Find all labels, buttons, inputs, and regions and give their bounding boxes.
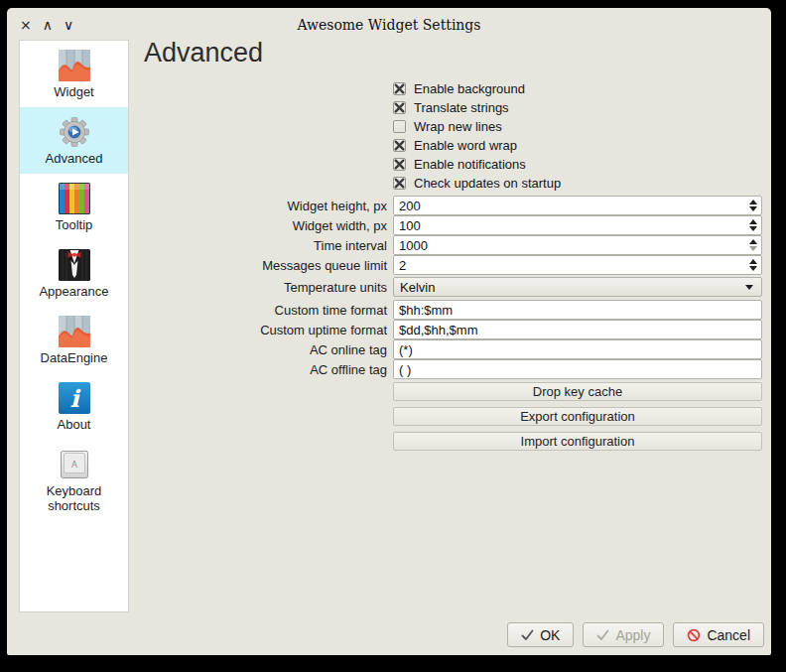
- form-row: Widget width, px: [144, 215, 771, 235]
- custom-time-format-input[interactable]: [393, 300, 762, 320]
- spin-down-icon[interactable]: [749, 246, 757, 251]
- checkbox-label: Check updates on startup: [414, 176, 561, 191]
- spin-down-icon[interactable]: [749, 206, 757, 211]
- sidebar-item-advanced[interactable]: Advanced: [20, 107, 128, 174]
- sidebar-item-label: Tooltip: [22, 217, 126, 232]
- enable-word-wrap-checkbox[interactable]: [393, 139, 406, 152]
- checkbox-row: Enable word wrap: [144, 136, 771, 155]
- widget-width-spinbox[interactable]: [393, 215, 762, 235]
- sidebar-item-label: Advanced: [22, 151, 126, 166]
- sidebar-item-widget[interactable]: Widget: [20, 41, 128, 107]
- sidebar-item-label: About: [22, 417, 126, 432]
- export-configuration-button[interactable]: Export configuration: [393, 407, 762, 426]
- ac-online-tag-input[interactable]: [393, 339, 762, 359]
- form-row: Custom time format: [144, 300, 771, 320]
- spin-down-icon[interactable]: [749, 266, 757, 271]
- sidebar: Widget Advanced: [19, 40, 129, 612]
- translate-strings-checkbox[interactable]: [393, 101, 406, 114]
- checkbox-row: Translate strings: [144, 98, 771, 117]
- ac-offline-tag-input[interactable]: [393, 359, 762, 379]
- ok-button[interactable]: OK: [507, 622, 574, 647]
- custom-uptime-format-input[interactable]: [393, 320, 762, 339]
- no-entry-icon: [687, 628, 701, 642]
- checkbox-label: Enable notifications: [414, 157, 526, 172]
- form-row: Messages queue limit: [144, 255, 771, 275]
- spin-arrows[interactable]: [749, 255, 757, 275]
- form-row: Temperature units Kelvin: [144, 277, 771, 297]
- checkbox-label: Enable word wrap: [414, 138, 517, 153]
- check-icon: [596, 629, 609, 641]
- enable-background-checkbox[interactable]: [393, 82, 406, 95]
- chevron-down-icon: [745, 285, 753, 290]
- x-mark-icon: [394, 102, 405, 113]
- dropdown-value: Kelvin: [400, 280, 435, 295]
- checkbox-row: Enable background: [144, 79, 771, 98]
- spin-up-icon[interactable]: [749, 219, 757, 224]
- sidebar-item-appearance[interactable]: Appearance: [20, 240, 128, 307]
- settings-window: × ∧ ∨ Awesome Widget Settings Widget: [7, 8, 771, 655]
- field-label: Widget height, px: [144, 199, 393, 213]
- spin-up-icon[interactable]: [749, 259, 757, 264]
- spin-up-icon[interactable]: [749, 200, 757, 204]
- key-icon: A: [59, 449, 90, 480]
- enable-notifications-checkbox[interactable]: [393, 158, 406, 171]
- spin-down-icon[interactable]: [749, 226, 757, 231]
- sidebar-item-tooltip[interactable]: Tooltip: [20, 174, 128, 240]
- dialog-button-box: OK Apply Cancel: [507, 622, 764, 647]
- spin-arrows[interactable]: [749, 235, 757, 255]
- form-row: AC online tag: [144, 339, 771, 359]
- checkbox-label: Enable background: [414, 81, 525, 96]
- checkbox-row: Enable notifications: [144, 155, 771, 174]
- titlebar[interactable]: × ∧ ∨ Awesome Widget Settings: [7, 8, 771, 41]
- widget-height-spinbox[interactable]: [393, 196, 762, 215]
- settings-form: Enable background Translate strings: [144, 79, 771, 451]
- wrap-new-lines-checkbox[interactable]: [393, 120, 406, 133]
- field-label: Custom time format: [144, 303, 393, 318]
- field-label: Custom uptime format: [144, 323, 393, 337]
- spin-arrows[interactable]: [749, 215, 757, 235]
- cancel-button[interactable]: Cancel: [673, 622, 764, 647]
- apply-button[interactable]: Apply: [583, 622, 664, 647]
- sidebar-item-dataengine[interactable]: DataEngine: [20, 307, 128, 373]
- spin-up-icon[interactable]: [749, 239, 757, 244]
- sidebar-item-label: Widget: [22, 84, 126, 99]
- sidebar-item-label: Appearance: [22, 284, 126, 299]
- checkbox-row: Check updates on startup: [144, 174, 771, 193]
- check-icon: [521, 629, 534, 641]
- field-label: AC offline tag: [144, 362, 393, 377]
- page-title: Advanced: [144, 38, 771, 68]
- x-mark-icon: [394, 140, 405, 151]
- colors-icon: [59, 183, 90, 214]
- field-label: Temperature units: [144, 280, 393, 295]
- sidebar-item-keyboard-shortcuts[interactable]: A Keyboard shortcuts: [20, 440, 128, 521]
- field-label: AC online tag: [144, 342, 393, 357]
- check-updates-checkbox[interactable]: [393, 177, 406, 190]
- time-interval-spinbox[interactable]: [393, 235, 762, 255]
- sidebar-item-label: Keyboard shortcuts: [22, 483, 126, 513]
- form-row: Time interval: [144, 235, 771, 255]
- checkbox-row: Wrap new lines: [144, 117, 771, 136]
- form-row: AC offline tag: [144, 359, 771, 379]
- x-mark-icon: [394, 83, 405, 94]
- checkbox-label: Translate strings: [414, 100, 509, 115]
- checkbox-label: Wrap new lines: [414, 119, 502, 134]
- field-label: Time interval: [144, 238, 393, 253]
- screen: × ∧ ∨ Awesome Widget Settings Widget: [0, 0, 786, 672]
- field-label: Widget width, px: [144, 218, 393, 233]
- import-configuration-button[interactable]: Import configuration: [393, 432, 762, 451]
- main-panel: Advanced Enable background Tra: [144, 38, 771, 451]
- sidebar-item-label: DataEngine: [22, 350, 126, 365]
- form-row: Widget height, px: [144, 196, 771, 215]
- sidebar-item-about[interactable]: i About: [20, 373, 128, 440]
- gear-icon: [59, 116, 90, 148]
- field-label: Messages queue limit: [144, 258, 393, 273]
- spin-arrows[interactable]: [749, 196, 757, 215]
- messages-queue-limit-spinbox[interactable]: [393, 255, 762, 275]
- x-mark-icon: [394, 178, 405, 189]
- drop-key-cache-button[interactable]: Drop key cache: [393, 382, 762, 401]
- plot-icon: [59, 50, 90, 81]
- form-row: Custom uptime format: [144, 320, 771, 339]
- temperature-units-dropdown[interactable]: Kelvin: [393, 277, 762, 297]
- svg-text:A: A: [71, 460, 77, 470]
- window-title: Awesome Widget Settings: [7, 8, 771, 41]
